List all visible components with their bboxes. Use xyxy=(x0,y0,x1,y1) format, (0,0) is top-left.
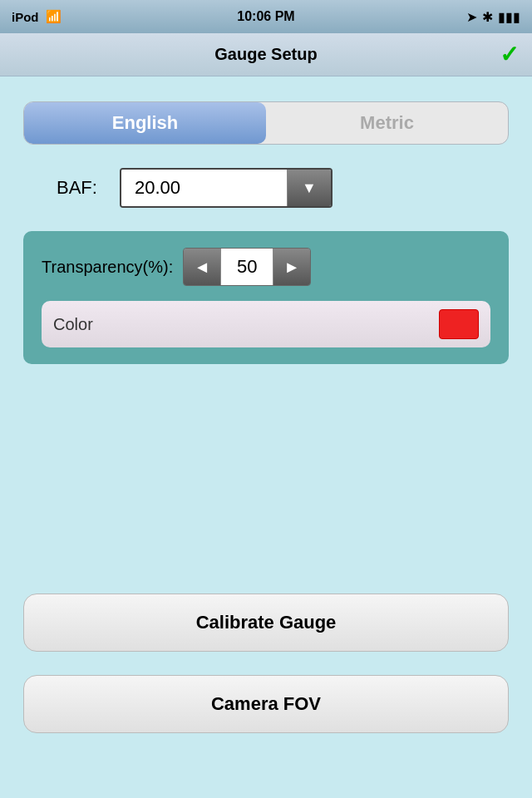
baf-row: BAF: 20.00 ▼ xyxy=(23,168,509,208)
confirm-button[interactable]: ✓ xyxy=(500,41,519,68)
spacer xyxy=(23,387,509,570)
unit-segmented-control[interactable]: English Metric xyxy=(23,101,509,145)
bluetooth-icon: ✱ xyxy=(482,9,493,25)
transparency-increment-button[interactable]: ► xyxy=(273,249,310,285)
transparency-row: Transparency(%): ◄ 50 ► xyxy=(42,248,490,286)
arrow-icon: ➤ xyxy=(466,9,477,25)
color-row[interactable]: Color xyxy=(42,301,490,347)
english-segment[interactable]: English xyxy=(24,102,266,144)
content-area: English Metric BAF: 20.00 ▼ Transparency… xyxy=(0,76,532,798)
color-label: Color xyxy=(53,315,93,334)
status-bar: iPod 📶 10:06 PM ➤ ✱ ▮▮▮ xyxy=(0,0,532,33)
transparency-stepper[interactable]: ◄ 50 ► xyxy=(183,248,311,286)
wifi-icon: 📶 xyxy=(46,9,62,24)
baf-dropdown-arrow-icon: ▼ xyxy=(302,180,317,197)
battery-icon: ▮▮▮ xyxy=(498,9,520,25)
calibrate-gauge-button[interactable]: Calibrate Gauge xyxy=(23,594,509,652)
transparency-decrement-button[interactable]: ◄ xyxy=(184,249,220,285)
device-label: iPod xyxy=(12,10,39,24)
camera-fov-button[interactable]: Camera FOV xyxy=(23,675,509,733)
baf-dropdown-button[interactable]: ▼ xyxy=(288,170,331,206)
transparency-label: Transparency(%): xyxy=(42,258,173,277)
baf-label: BAF: xyxy=(57,177,106,199)
status-time: 10:06 PM xyxy=(237,9,294,24)
transparency-panel: Transparency(%): ◄ 50 ► Color xyxy=(23,231,509,364)
status-right: ➤ ✱ ▮▮▮ xyxy=(466,9,520,25)
baf-value: 20.00 xyxy=(121,170,288,206)
transparency-value: 50 xyxy=(220,249,273,285)
status-left: iPod 📶 xyxy=(12,9,62,24)
color-swatch[interactable] xyxy=(439,309,479,339)
baf-control[interactable]: 20.00 ▼ xyxy=(120,168,332,208)
metric-segment[interactable]: Metric xyxy=(266,102,508,144)
page-title: Gauge Setup xyxy=(214,45,317,64)
bottom-spacer xyxy=(23,756,509,773)
nav-bar: Gauge Setup ✓ xyxy=(0,33,532,76)
